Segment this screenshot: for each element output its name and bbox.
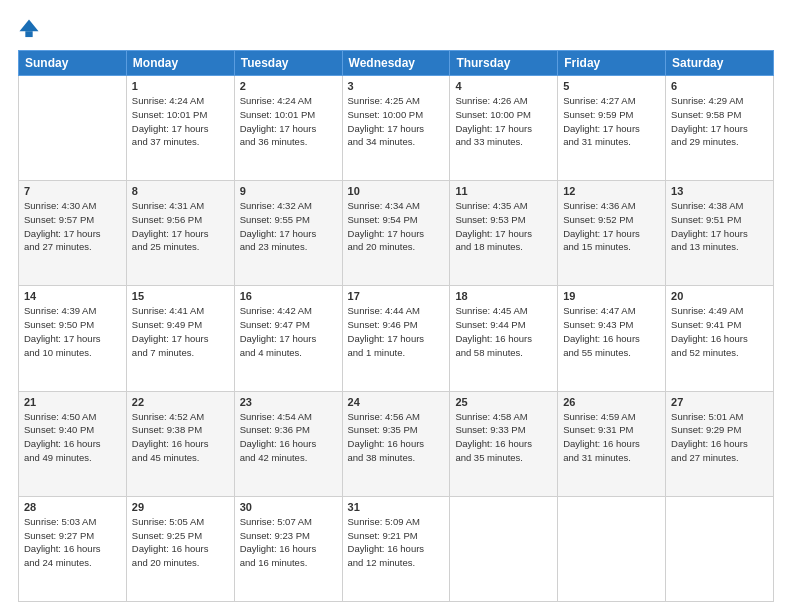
calendar-cell: 17Sunrise: 4:44 AMSunset: 9:46 PMDayligh… bbox=[342, 286, 450, 391]
calendar-cell: 29Sunrise: 5:05 AMSunset: 9:25 PMDayligh… bbox=[126, 496, 234, 601]
day-number: 1 bbox=[132, 80, 229, 92]
calendar-cell: 1Sunrise: 4:24 AMSunset: 10:01 PMDayligh… bbox=[126, 76, 234, 181]
calendar-table: SundayMondayTuesdayWednesdayThursdayFrid… bbox=[18, 50, 774, 602]
day-number: 27 bbox=[671, 396, 768, 408]
day-info: Sunrise: 5:05 AMSunset: 9:25 PMDaylight:… bbox=[132, 515, 229, 570]
day-number: 2 bbox=[240, 80, 337, 92]
weekday-header-friday: Friday bbox=[558, 51, 666, 76]
day-info: Sunrise: 4:34 AMSunset: 9:54 PMDaylight:… bbox=[348, 199, 445, 254]
calendar-cell: 16Sunrise: 4:42 AMSunset: 9:47 PMDayligh… bbox=[234, 286, 342, 391]
day-number: 22 bbox=[132, 396, 229, 408]
day-info: Sunrise: 5:09 AMSunset: 9:21 PMDaylight:… bbox=[348, 515, 445, 570]
day-info: Sunrise: 4:42 AMSunset: 9:47 PMDaylight:… bbox=[240, 304, 337, 359]
day-number: 5 bbox=[563, 80, 660, 92]
calendar-cell: 2Sunrise: 4:24 AMSunset: 10:01 PMDayligh… bbox=[234, 76, 342, 181]
calendar-cell: 27Sunrise: 5:01 AMSunset: 9:29 PMDayligh… bbox=[666, 391, 774, 496]
day-number: 14 bbox=[24, 290, 121, 302]
day-number: 9 bbox=[240, 185, 337, 197]
calendar-cell: 31Sunrise: 5:09 AMSunset: 9:21 PMDayligh… bbox=[342, 496, 450, 601]
calendar-cell: 3Sunrise: 4:25 AMSunset: 10:00 PMDayligh… bbox=[342, 76, 450, 181]
day-info: Sunrise: 4:38 AMSunset: 9:51 PMDaylight:… bbox=[671, 199, 768, 254]
calendar-cell: 10Sunrise: 4:34 AMSunset: 9:54 PMDayligh… bbox=[342, 181, 450, 286]
weekday-header-wednesday: Wednesday bbox=[342, 51, 450, 76]
calendar-cell: 15Sunrise: 4:41 AMSunset: 9:49 PMDayligh… bbox=[126, 286, 234, 391]
calendar-cell: 20Sunrise: 4:49 AMSunset: 9:41 PMDayligh… bbox=[666, 286, 774, 391]
day-info: Sunrise: 4:41 AMSunset: 9:49 PMDaylight:… bbox=[132, 304, 229, 359]
day-info: Sunrise: 4:31 AMSunset: 9:56 PMDaylight:… bbox=[132, 199, 229, 254]
calendar-cell: 21Sunrise: 4:50 AMSunset: 9:40 PMDayligh… bbox=[19, 391, 127, 496]
day-number: 10 bbox=[348, 185, 445, 197]
calendar-cell: 8Sunrise: 4:31 AMSunset: 9:56 PMDaylight… bbox=[126, 181, 234, 286]
day-number: 24 bbox=[348, 396, 445, 408]
calendar-cell bbox=[450, 496, 558, 601]
calendar-cell: 11Sunrise: 4:35 AMSunset: 9:53 PMDayligh… bbox=[450, 181, 558, 286]
day-number: 20 bbox=[671, 290, 768, 302]
calendar-cell: 9Sunrise: 4:32 AMSunset: 9:55 PMDaylight… bbox=[234, 181, 342, 286]
calendar-cell bbox=[558, 496, 666, 601]
day-info: Sunrise: 5:07 AMSunset: 9:23 PMDaylight:… bbox=[240, 515, 337, 570]
calendar-cell: 22Sunrise: 4:52 AMSunset: 9:38 PMDayligh… bbox=[126, 391, 234, 496]
day-info: Sunrise: 4:58 AMSunset: 9:33 PMDaylight:… bbox=[455, 410, 552, 465]
day-info: Sunrise: 4:27 AMSunset: 9:59 PMDaylight:… bbox=[563, 94, 660, 149]
weekday-header-saturday: Saturday bbox=[666, 51, 774, 76]
day-number: 23 bbox=[240, 396, 337, 408]
day-info: Sunrise: 4:36 AMSunset: 9:52 PMDaylight:… bbox=[563, 199, 660, 254]
calendar-cell bbox=[19, 76, 127, 181]
weekday-header-tuesday: Tuesday bbox=[234, 51, 342, 76]
day-info: Sunrise: 4:56 AMSunset: 9:35 PMDaylight:… bbox=[348, 410, 445, 465]
day-info: Sunrise: 4:54 AMSunset: 9:36 PMDaylight:… bbox=[240, 410, 337, 465]
day-number: 15 bbox=[132, 290, 229, 302]
day-number: 18 bbox=[455, 290, 552, 302]
calendar-cell: 23Sunrise: 4:54 AMSunset: 9:36 PMDayligh… bbox=[234, 391, 342, 496]
calendar-cell: 6Sunrise: 4:29 AMSunset: 9:58 PMDaylight… bbox=[666, 76, 774, 181]
day-number: 11 bbox=[455, 185, 552, 197]
day-info: Sunrise: 4:39 AMSunset: 9:50 PMDaylight:… bbox=[24, 304, 121, 359]
week-row-1: 1Sunrise: 4:24 AMSunset: 10:01 PMDayligh… bbox=[19, 76, 774, 181]
day-number: 29 bbox=[132, 501, 229, 513]
day-info: Sunrise: 4:24 AMSunset: 10:01 PMDaylight… bbox=[240, 94, 337, 149]
day-number: 31 bbox=[348, 501, 445, 513]
day-info: Sunrise: 4:45 AMSunset: 9:44 PMDaylight:… bbox=[455, 304, 552, 359]
calendar-cell: 19Sunrise: 4:47 AMSunset: 9:43 PMDayligh… bbox=[558, 286, 666, 391]
day-info: Sunrise: 4:44 AMSunset: 9:46 PMDaylight:… bbox=[348, 304, 445, 359]
day-number: 6 bbox=[671, 80, 768, 92]
day-number: 26 bbox=[563, 396, 660, 408]
day-info: Sunrise: 5:01 AMSunset: 9:29 PMDaylight:… bbox=[671, 410, 768, 465]
day-number: 19 bbox=[563, 290, 660, 302]
calendar-cell bbox=[666, 496, 774, 601]
calendar-cell: 4Sunrise: 4:26 AMSunset: 10:00 PMDayligh… bbox=[450, 76, 558, 181]
logo-icon bbox=[18, 18, 40, 40]
calendar-cell: 24Sunrise: 4:56 AMSunset: 9:35 PMDayligh… bbox=[342, 391, 450, 496]
calendar-cell: 26Sunrise: 4:59 AMSunset: 9:31 PMDayligh… bbox=[558, 391, 666, 496]
calendar-cell: 25Sunrise: 4:58 AMSunset: 9:33 PMDayligh… bbox=[450, 391, 558, 496]
day-info: Sunrise: 4:47 AMSunset: 9:43 PMDaylight:… bbox=[563, 304, 660, 359]
calendar-cell: 28Sunrise: 5:03 AMSunset: 9:27 PMDayligh… bbox=[19, 496, 127, 601]
week-row-4: 21Sunrise: 4:50 AMSunset: 9:40 PMDayligh… bbox=[19, 391, 774, 496]
day-info: Sunrise: 4:49 AMSunset: 9:41 PMDaylight:… bbox=[671, 304, 768, 359]
day-info: Sunrise: 4:32 AMSunset: 9:55 PMDaylight:… bbox=[240, 199, 337, 254]
calendar-cell: 7Sunrise: 4:30 AMSunset: 9:57 PMDaylight… bbox=[19, 181, 127, 286]
day-number: 16 bbox=[240, 290, 337, 302]
day-info: Sunrise: 4:35 AMSunset: 9:53 PMDaylight:… bbox=[455, 199, 552, 254]
day-number: 4 bbox=[455, 80, 552, 92]
day-info: Sunrise: 4:59 AMSunset: 9:31 PMDaylight:… bbox=[563, 410, 660, 465]
page: SundayMondayTuesdayWednesdayThursdayFrid… bbox=[0, 0, 792, 612]
day-number: 25 bbox=[455, 396, 552, 408]
day-number: 8 bbox=[132, 185, 229, 197]
header bbox=[18, 18, 774, 40]
week-row-3: 14Sunrise: 4:39 AMSunset: 9:50 PMDayligh… bbox=[19, 286, 774, 391]
week-row-2: 7Sunrise: 4:30 AMSunset: 9:57 PMDaylight… bbox=[19, 181, 774, 286]
day-info: Sunrise: 4:29 AMSunset: 9:58 PMDaylight:… bbox=[671, 94, 768, 149]
day-number: 7 bbox=[24, 185, 121, 197]
calendar-cell: 13Sunrise: 4:38 AMSunset: 9:51 PMDayligh… bbox=[666, 181, 774, 286]
day-number: 3 bbox=[348, 80, 445, 92]
day-info: Sunrise: 4:50 AMSunset: 9:40 PMDaylight:… bbox=[24, 410, 121, 465]
day-number: 17 bbox=[348, 290, 445, 302]
weekday-header-row: SundayMondayTuesdayWednesdayThursdayFrid… bbox=[19, 51, 774, 76]
day-info: Sunrise: 4:52 AMSunset: 9:38 PMDaylight:… bbox=[132, 410, 229, 465]
svg-marker-0 bbox=[19, 19, 38, 31]
calendar-cell: 12Sunrise: 4:36 AMSunset: 9:52 PMDayligh… bbox=[558, 181, 666, 286]
calendar-cell: 5Sunrise: 4:27 AMSunset: 9:59 PMDaylight… bbox=[558, 76, 666, 181]
svg-rect-1 bbox=[25, 31, 32, 37]
calendar-cell: 14Sunrise: 4:39 AMSunset: 9:50 PMDayligh… bbox=[19, 286, 127, 391]
